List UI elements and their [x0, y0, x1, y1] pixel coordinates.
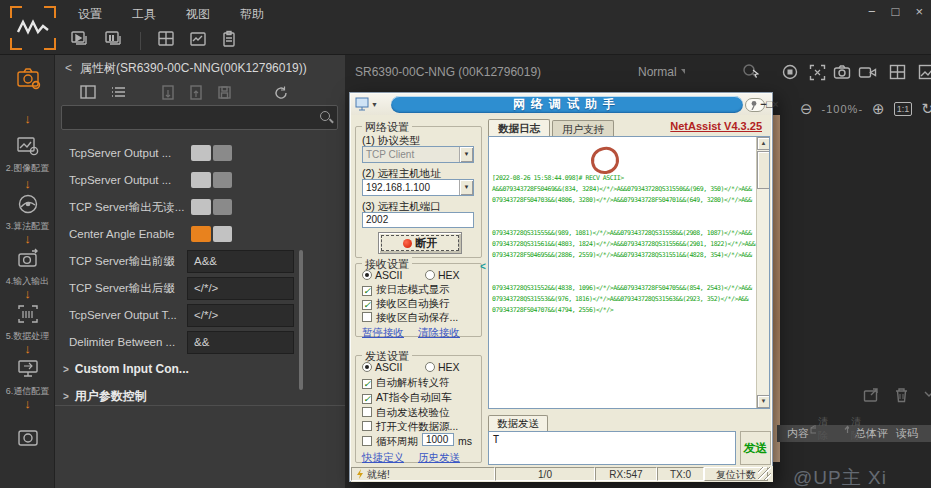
- property-tree-title: 属性树(SR6390-00C-NNG(00K12796019)): [80, 60, 307, 77]
- record-button[interactable]: [779, 61, 801, 83]
- recv-ascii-radio[interactable]: ASCII: [362, 269, 402, 281]
- step-algorithm-config[interactable]: 3.算法配置: [0, 193, 55, 233]
- send-data-input[interactable]: T: [488, 431, 736, 465]
- snapshot-button[interactable]: [831, 61, 853, 83]
- actual-size-button[interactable]: 1:1: [894, 102, 913, 116]
- collapse-panel-handle[interactable]: <: [480, 261, 486, 272]
- scroll-thumb[interactable]: [757, 151, 770, 189]
- menu-tools[interactable]: 工具: [132, 6, 156, 26]
- dialog-app-icon[interactable]: [355, 97, 370, 113]
- auto-checksum-checkbox[interactable]: 自动发送校验位: [362, 406, 450, 420]
- remote-port-input[interactable]: 2002: [362, 212, 474, 228]
- app-titlebar: 设置 工具 视图 帮助 − □ ×: [0, 0, 931, 55]
- step-communication-config[interactable]: 6.通信配置: [0, 358, 55, 398]
- scroll-down-icon[interactable]: ▼: [757, 395, 770, 408]
- refresh-icon[interactable]: [269, 81, 291, 103]
- search-input[interactable]: [68, 108, 308, 127]
- start-acquisition-icon[interactable]: [70, 30, 90, 52]
- zoom-in-button[interactable]: ⊕: [872, 100, 885, 118]
- step-data-processing[interactable]: 5.数据处理: [0, 303, 55, 343]
- data-send-tab[interactable]: 数据发送: [488, 415, 548, 432]
- export-icon[interactable]: [863, 387, 880, 407]
- prop-value-input[interactable]: </*/>: [187, 304, 294, 327]
- cycle-checkbox[interactable]: 循环周期: [362, 435, 418, 449]
- log-clipboard-icon[interactable]: [221, 30, 237, 52]
- find-cursor-icon[interactable]: [740, 61, 762, 83]
- auto-save-checkbox[interactable]: 接收区自动保存...: [362, 311, 458, 325]
- tab-user-support[interactable]: 用户支持: [552, 120, 614, 136]
- back-button[interactable]: <: [65, 61, 72, 75]
- disconnect-button[interactable]: 断开: [378, 232, 462, 254]
- mode-select[interactable]: Normal: [638, 65, 685, 79]
- image-view-button[interactable]: [915, 61, 931, 83]
- window-close-button[interactable]: ×: [915, 4, 923, 19]
- zoom-out-button[interactable]: ⊖: [800, 100, 813, 118]
- tab-data-log[interactable]: 数据日志: [488, 119, 550, 136]
- record-video-button[interactable]: [856, 61, 878, 83]
- chart-window-icon[interactable]: [189, 30, 207, 52]
- panel-toggle-icon[interactable]: [77, 81, 99, 103]
- window-maximize-button[interactable]: □: [892, 4, 900, 19]
- clear-send-button[interactable]: 清除: [810, 415, 831, 443]
- menu-help[interactable]: 帮助: [240, 6, 264, 26]
- layout-grid-icon[interactable]: [157, 30, 175, 52]
- step-camera-connect[interactable]: [0, 63, 55, 97]
- expand-chevron-icon: >: [63, 364, 69, 375]
- step-input-output[interactable]: 4.输入输出: [0, 248, 55, 288]
- combo-dropdown-icon[interactable]: ▼: [459, 180, 473, 195]
- parse-escape-checkbox[interactable]: ✓自动解析转义符: [362, 376, 450, 390]
- prop-value-input[interactable]: </*/>: [187, 277, 294, 300]
- step-image-config[interactable]: 2.图像配置: [0, 135, 55, 175]
- prop-value-input[interactable]: A&&: [187, 250, 294, 273]
- prop-label: TCP Server输出前缀: [69, 254, 187, 269]
- resize-grip[interactable]: [758, 467, 771, 480]
- toggle-switch[interactable]: [191, 145, 232, 161]
- data-log-view[interactable]: [2022-08-26 15:58:44.098]# RECV ASCII>A&…: [488, 136, 770, 409]
- titlebar-menu-caret[interactable]: ▼: [371, 101, 378, 108]
- mvs-logo: [10, 6, 56, 50]
- menu-settings[interactable]: 设置: [78, 6, 102, 26]
- clear-receive-link[interactable]: 清除接收: [418, 326, 460, 340]
- column-content[interactable]: 内容: [787, 426, 809, 441]
- pause-acquisition-icon[interactable]: [104, 30, 124, 52]
- confirm-dropdown-icon[interactable]: [923, 387, 931, 407]
- tree-list-icon[interactable]: [107, 81, 129, 103]
- scroll-up-icon[interactable]: ▲: [757, 137, 770, 150]
- prop-value-input[interactable]: &&: [187, 331, 294, 354]
- save-config-icon[interactable]: [213, 81, 235, 103]
- toggle-switch[interactable]: [191, 199, 232, 215]
- column-read-code[interactable]: 读码: [896, 426, 918, 441]
- recv-hex-radio[interactable]: HEX: [425, 269, 460, 281]
- region-select-button[interactable]: [806, 61, 828, 83]
- property-scrollbar[interactable]: [299, 250, 303, 390]
- toggle-switch[interactable]: [191, 226, 232, 242]
- cycle-period-input[interactable]: 1000: [422, 433, 454, 446]
- trash-icon[interactable]: [894, 387, 909, 407]
- send-ascii-radio[interactable]: ASCII: [362, 361, 402, 373]
- step-next-partial[interactable]: [0, 427, 55, 453]
- device-tab[interactable]: SR6390-00C-NNG (00K12796019): [355, 65, 541, 79]
- file-source-checkbox[interactable]: 打开文件数据源...: [362, 420, 458, 434]
- window-minimize-button[interactable]: −: [868, 4, 876, 19]
- pause-receive-link[interactable]: 暂停接收: [362, 326, 404, 340]
- send-button[interactable]: 发送: [740, 431, 771, 465]
- shortcut-define-link[interactable]: 快捷定义: [362, 451, 404, 465]
- combo-dropdown-icon[interactable]: ▼: [459, 147, 473, 162]
- export-config-icon[interactable]: [185, 81, 207, 103]
- auto-wrap-checkbox[interactable]: ✓接收区自动换行: [362, 297, 450, 311]
- protocol-type-select[interactable]: TCP Client▼: [362, 146, 474, 163]
- rotate-button[interactable]: ↻: [921, 100, 931, 118]
- history-send-link[interactable]: 历史发送: [418, 451, 460, 465]
- clear-history-button[interactable]: 清除: [843, 415, 864, 443]
- import-config-icon[interactable]: [157, 81, 179, 103]
- log-mode-checkbox[interactable]: ✓按日志模式显示: [362, 283, 450, 297]
- remote-host-select[interactable]: 192.168.1.100▼: [362, 179, 474, 196]
- window-layout-button[interactable]: [886, 61, 908, 83]
- menu-view[interactable]: 视图: [186, 6, 210, 26]
- send-hex-radio[interactable]: HEX: [425, 361, 460, 373]
- toggle-switch[interactable]: [191, 172, 232, 188]
- dialog-close-button[interactable]: ×: [769, 98, 782, 111]
- dialog-titlebar[interactable]: ▼ 网络调试助手 − □ ×: [351, 94, 771, 115]
- at-return-checkbox[interactable]: ✓AT指令自动回车: [362, 391, 452, 405]
- log-scrollbar[interactable]: ▲ ▼: [756, 137, 769, 408]
